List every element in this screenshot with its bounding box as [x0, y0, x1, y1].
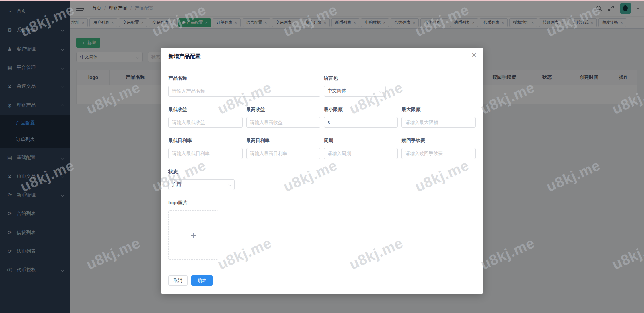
- field-label: 产品名称: [168, 75, 320, 81]
- confirm-button[interactable]: 确定: [191, 275, 213, 286]
- min-limit-input[interactable]: [324, 117, 398, 128]
- progress-bar: [0, 0, 644, 1]
- field-language: 语言包 中文简体: [324, 75, 398, 97]
- field-min-daily-rate: 最低日利率: [168, 138, 243, 159]
- max-limit-input[interactable]: [401, 117, 476, 128]
- field-label: 赎回手续费: [401, 138, 476, 144]
- max-daily-rate-input[interactable]: [246, 148, 320, 159]
- plus-icon: +: [190, 230, 196, 241]
- product-name-input[interactable]: [168, 86, 320, 97]
- cancel-button[interactable]: 取消: [168, 275, 188, 286]
- chevron-down-icon: [228, 183, 232, 186]
- field-redeem-fee: 赎回手续费: [401, 138, 476, 159]
- status-select-value: 启用: [172, 182, 229, 188]
- status-select[interactable]: 启用: [168, 179, 235, 190]
- add-product-modal: 新增产品配置 × 产品名称 语言包 中文简体 最低收益 最高收益 最小限额 最大…: [161, 48, 483, 294]
- cycle-input[interactable]: [324, 148, 398, 159]
- field-max-limit: 最大限额: [401, 107, 476, 128]
- language-select[interactable]: 中文简体: [324, 86, 386, 97]
- field-logo-photo: logo照片 +: [168, 200, 476, 260]
- min-profit-input[interactable]: [168, 117, 243, 128]
- field-label: 最低日利率: [168, 138, 243, 144]
- field-min-profit: 最低收益: [168, 107, 243, 128]
- close-icon[interactable]: ×: [472, 51, 476, 59]
- field-min-limit: 最小限额: [324, 107, 398, 128]
- logo-upload-box[interactable]: +: [168, 210, 218, 260]
- modal-title: 新增产品配置: [168, 53, 476, 60]
- redeem-fee-input[interactable]: [401, 148, 476, 159]
- language-select-value: 中文简体: [328, 88, 380, 94]
- chevron-down-icon: [379, 89, 382, 93]
- field-label: 最低收益: [168, 107, 243, 113]
- field-cycle: 周期: [324, 138, 398, 159]
- field-label: 最大限额: [401, 107, 476, 113]
- field-label: logo照片: [168, 200, 476, 206]
- field-max-daily-rate: 最高日利率: [246, 138, 320, 159]
- modal-footer: 取消 确定: [168, 275, 213, 286]
- field-product-name: 产品名称: [168, 75, 320, 97]
- modal-form: 产品名称 语言包 中文简体 最低收益 最高收益 最小限额 最大限额 最低: [168, 75, 476, 260]
- field-label: 最小限额: [324, 107, 398, 113]
- field-status: 状态 启用: [168, 169, 243, 190]
- field-label: 状态: [168, 169, 243, 175]
- field-max-profit: 最高收益: [246, 107, 320, 128]
- max-profit-input[interactable]: [246, 117, 320, 128]
- field-label: 语言包: [324, 75, 398, 81]
- field-label: 最高日利率: [246, 138, 320, 144]
- field-label: 周期: [324, 138, 398, 144]
- min-daily-rate-input[interactable]: [168, 148, 243, 159]
- field-label: 最高收益: [246, 107, 320, 113]
